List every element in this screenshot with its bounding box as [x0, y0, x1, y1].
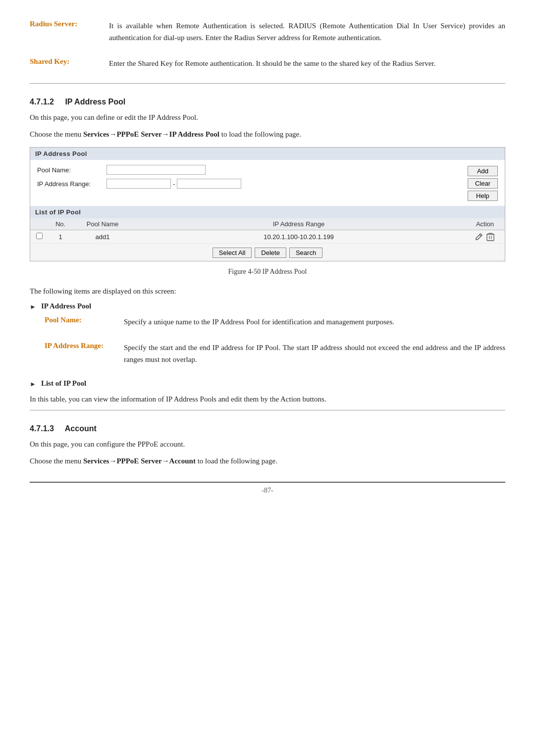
bullet-arrow-2: ►	[30, 380, 36, 388]
ip-pool-form: Pool Name: IP Address Range: -	[37, 165, 461, 193]
section-divider	[30, 83, 505, 84]
list-of-ip-pool-header: List of IP Pool	[30, 206, 505, 218]
bullet-list-of-ip-pool: ► List of IP Pool	[30, 379, 505, 388]
delete-icon[interactable]	[486, 232, 495, 241]
action-icons	[469, 232, 501, 241]
select-all-button[interactable]: Select All	[213, 248, 252, 258]
section-4712-title: IP Address Pool	[65, 98, 125, 106]
radius-server-term: Radius Server:	[30, 20, 109, 44]
row-ip-range: 10.20.1.100-10.20.1.199	[132, 230, 465, 244]
pool-name-row: Pool Name:	[37, 165, 461, 175]
pool-name-field-desc: Specify a unique name to the IP Address …	[124, 316, 505, 328]
ip-range-field-term: IP Address Range:	[45, 342, 124, 365]
col-no: No.	[48, 218, 73, 230]
section-divider-2	[30, 410, 505, 410]
section-4713-menu-path: Services→PPPoE Server→Account	[83, 457, 196, 465]
ip-address-pool-panel: IP Address Pool Pool Name: IP Address Ra…	[30, 147, 505, 261]
ip-pool-sub-definitions: Pool Name: Specify a unique name to the …	[45, 316, 505, 365]
bullet-label-1: IP Address Pool	[41, 302, 91, 310]
ip-range-label: IP Address Range:	[37, 180, 107, 188]
list-table-actions: Select All Delete Search	[30, 244, 505, 261]
section-4712-number: 4.7.1.2	[30, 98, 54, 106]
table-header-row: No. Pool Name IP Address Range Action	[30, 218, 505, 230]
row-action	[465, 230, 505, 244]
col-ip-range: IP Address Range	[132, 218, 465, 230]
shared-key-definition: Shared Key: Enter the Shared Key for Rem…	[30, 57, 505, 69]
section-4713-heading: 4.7.1.3 Account	[30, 424, 505, 433]
ip-pool-panel-header: IP Address Pool	[30, 148, 505, 160]
ip-pool-table: No. Pool Name IP Address Range Action 1 …	[30, 218, 505, 244]
table-row: 1 add1 10.20.1.100-10.20.1.199	[30, 230, 505, 244]
section-4712-menu-instruction: Choose the menu Services→PPPoE Server→IP…	[30, 128, 505, 140]
bullet-arrow-1: ►	[30, 303, 36, 311]
section-4712-menu-path: Services→PPPoE Server→IP Address Pool	[83, 130, 219, 138]
following-items-text: The following items are displayed on thi…	[30, 285, 505, 297]
col-pool-name: Pool Name	[73, 218, 132, 230]
add-button[interactable]: Add	[468, 166, 498, 176]
ip-range-field-desc: Specify the start and the end IP address…	[124, 342, 505, 365]
ip-range-start-input[interactable]	[107, 179, 171, 189]
page-footer: -87-	[30, 482, 505, 495]
pool-name-input[interactable]	[107, 165, 206, 175]
ip-range-end-input[interactable]	[177, 179, 241, 189]
section-4712-intro: On this page, you can define or edit the…	[30, 111, 505, 123]
delete-button[interactable]: Delete	[255, 248, 286, 258]
ip-range-row: IP Address Range: -	[37, 179, 461, 189]
section-4713-menu-instruction: Choose the menu Services→PPPoE Server→Ac…	[30, 455, 505, 467]
section-4713-number: 4.7.1.3	[30, 424, 54, 433]
col-checkbox	[30, 218, 48, 230]
ip-pool-table-head: No. Pool Name IP Address Range Action	[30, 218, 505, 230]
radius-server-definition: Radius Server: It is available when Remo…	[30, 20, 505, 44]
page-number: -87-	[262, 487, 273, 494]
svg-rect-0	[487, 234, 494, 241]
clear-button[interactable]: Clear	[468, 178, 498, 189]
figure-caption: Figure 4-50 IP Address Pool	[30, 266, 505, 277]
pool-name-definition: Pool Name: Specify a unique name to the …	[45, 316, 505, 328]
shared-key-term: Shared Key:	[30, 57, 109, 69]
section-4713-intro: On this page, you can configure the PPPo…	[30, 438, 505, 450]
row-no: 1	[48, 230, 73, 244]
ip-pool-table-body: 1 add1 10.20.1.100-10.20.1.199	[30, 230, 505, 244]
section-4713-title: Account	[65, 424, 97, 433]
help-button[interactable]: Help	[468, 191, 498, 201]
pool-name-field-term: Pool Name:	[45, 316, 124, 328]
range-separator: -	[173, 180, 175, 188]
search-button[interactable]: Search	[289, 248, 322, 258]
radius-server-desc: It is available when Remote Authenticati…	[109, 20, 505, 44]
row-pool-name: add1	[73, 230, 132, 244]
row-checkbox[interactable]	[36, 233, 43, 239]
list-of-ip-pool-desc: In this table, you can view the informat…	[30, 393, 505, 405]
row-checkbox-cell[interactable]	[30, 230, 48, 244]
ip-pool-action-buttons: Add Clear Help	[468, 166, 498, 201]
section-4712-heading: 4.7.1.2 IP Address Pool	[30, 98, 505, 106]
shared-key-desc: Enter the Shared Key for Remote authenti…	[109, 57, 505, 69]
bullet-ip-address-pool: ► IP Address Pool	[30, 302, 505, 311]
pool-name-label: Pool Name:	[37, 166, 107, 174]
bullet-label-2: List of IP Pool	[41, 379, 86, 388]
col-action: Action	[465, 218, 505, 230]
ip-pool-panel-body: Pool Name: IP Address Range: - Add Clear…	[30, 160, 505, 206]
ip-range-definition: IP Address Range: Specify the start and …	[45, 342, 505, 365]
edit-icon[interactable]	[475, 233, 483, 241]
